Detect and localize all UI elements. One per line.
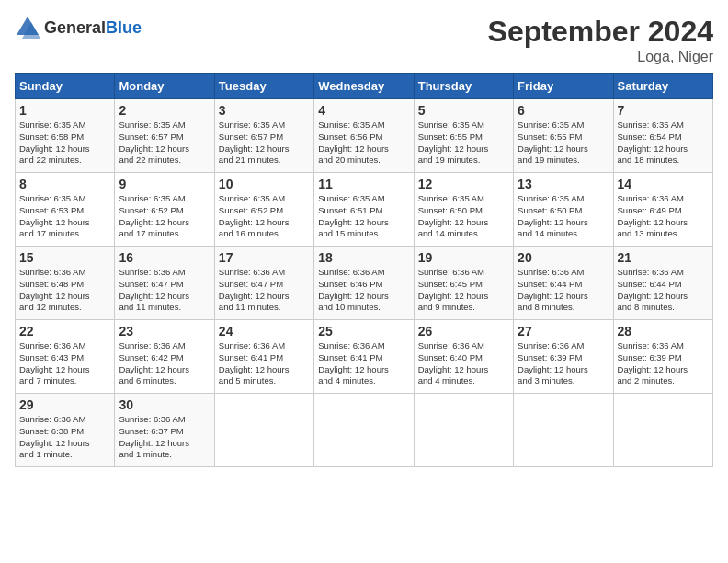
table-row: 9Sunrise: 6:35 AM Sunset: 6:52 PM Daylig… [115, 173, 214, 247]
day-number: 25 [318, 324, 409, 339]
table-row: 29Sunrise: 6:36 AM Sunset: 6:38 PM Dayli… [16, 394, 115, 467]
logo-text: GeneralBlue [44, 18, 142, 38]
day-info: Sunrise: 6:36 AM Sunset: 6:40 PM Dayligh… [418, 340, 509, 387]
day-number: 27 [518, 324, 609, 339]
day-info: Sunrise: 6:36 AM Sunset: 6:49 PM Dayligh… [618, 193, 709, 240]
logo-blue: Blue [106, 18, 142, 37]
day-number: 19 [418, 250, 509, 265]
table-row: 2Sunrise: 6:35 AM Sunset: 6:57 PM Daylig… [115, 99, 214, 173]
table-row: 13Sunrise: 6:35 AM Sunset: 6:50 PM Dayli… [514, 173, 613, 247]
calendar-week-4: 22Sunrise: 6:36 AM Sunset: 6:43 PM Dayli… [16, 320, 713, 394]
table-row: 27Sunrise: 6:36 AM Sunset: 6:39 PM Dayli… [514, 320, 613, 394]
day-info: Sunrise: 6:35 AM Sunset: 6:58 PM Dayligh… [19, 120, 110, 167]
day-info: Sunrise: 6:36 AM Sunset: 6:48 PM Dayligh… [19, 267, 110, 314]
day-number: 5 [418, 103, 509, 118]
day-number: 24 [219, 324, 310, 339]
table-row: 14Sunrise: 6:36 AM Sunset: 6:49 PM Dayli… [613, 173, 712, 247]
table-row: 28Sunrise: 6:36 AM Sunset: 6:39 PM Dayli… [613, 320, 712, 394]
day-info: Sunrise: 6:36 AM Sunset: 6:44 PM Dayligh… [618, 267, 709, 314]
table-row: 7Sunrise: 6:35 AM Sunset: 6:54 PM Daylig… [613, 99, 712, 173]
day-number: 10 [219, 177, 310, 191]
day-info: Sunrise: 6:36 AM Sunset: 6:44 PM Dayligh… [518, 267, 609, 314]
day-info: Sunrise: 6:36 AM Sunset: 6:39 PM Dayligh… [518, 340, 609, 387]
col-thursday: Thursday [414, 74, 513, 99]
col-wednesday: Wednesday [314, 74, 414, 99]
table-row: 25Sunrise: 6:36 AM Sunset: 6:41 PM Dayli… [314, 320, 414, 394]
table-row: 10Sunrise: 6:35 AM Sunset: 6:52 PM Dayli… [214, 173, 313, 247]
day-number: 2 [119, 103, 210, 118]
day-number: 14 [618, 177, 709, 191]
table-row: 30Sunrise: 6:36 AM Sunset: 6:37 PM Dayli… [115, 394, 214, 467]
day-info: Sunrise: 6:35 AM Sunset: 6:52 PM Dayligh… [119, 193, 210, 240]
table-row: 23Sunrise: 6:36 AM Sunset: 6:42 PM Dayli… [115, 320, 214, 394]
table-row: 21Sunrise: 6:36 AM Sunset: 6:44 PM Dayli… [613, 247, 712, 320]
day-info: Sunrise: 6:35 AM Sunset: 6:50 PM Dayligh… [518, 193, 609, 240]
title-area: September 2024 Loga, Niger [488, 15, 713, 65]
day-info: Sunrise: 6:36 AM Sunset: 6:39 PM Dayligh… [618, 340, 709, 387]
table-row: 19Sunrise: 6:36 AM Sunset: 6:45 PM Dayli… [414, 247, 513, 320]
day-number: 7 [618, 103, 709, 118]
header: GeneralBlue September 2024 Loga, Niger [15, 15, 713, 65]
day-info: Sunrise: 6:35 AM Sunset: 6:55 PM Dayligh… [418, 120, 509, 167]
col-monday: Monday [115, 74, 214, 99]
table-row [314, 394, 414, 467]
table-row [414, 394, 513, 467]
day-info: Sunrise: 6:36 AM Sunset: 6:37 PM Dayligh… [119, 414, 210, 461]
day-number: 17 [219, 250, 310, 265]
day-info: Sunrise: 6:35 AM Sunset: 6:57 PM Dayligh… [119, 120, 210, 167]
table-row: 22Sunrise: 6:36 AM Sunset: 6:43 PM Dayli… [16, 320, 115, 394]
calendar-table: Sunday Monday Tuesday Wednesday Thursday… [15, 73, 713, 467]
table-row: 20Sunrise: 6:36 AM Sunset: 6:44 PM Dayli… [514, 247, 613, 320]
day-number: 22 [19, 324, 110, 339]
day-number: 13 [518, 177, 609, 191]
day-number: 21 [618, 250, 709, 265]
table-row: 12Sunrise: 6:35 AM Sunset: 6:50 PM Dayli… [414, 173, 513, 247]
header-row: Sunday Monday Tuesday Wednesday Thursday… [16, 74, 713, 99]
day-number: 16 [119, 250, 210, 265]
col-tuesday: Tuesday [214, 74, 313, 99]
day-info: Sunrise: 6:36 AM Sunset: 6:47 PM Dayligh… [219, 267, 310, 314]
calendar-week-3: 15Sunrise: 6:36 AM Sunset: 6:48 PM Dayli… [16, 247, 713, 320]
day-number: 29 [19, 397, 110, 412]
table-row: 18Sunrise: 6:36 AM Sunset: 6:46 PM Dayli… [314, 247, 414, 320]
day-number: 1 [19, 103, 110, 118]
day-number: 11 [318, 177, 409, 191]
day-number: 26 [418, 324, 509, 339]
table-row: 15Sunrise: 6:36 AM Sunset: 6:48 PM Dayli… [16, 247, 115, 320]
day-number: 8 [19, 177, 110, 191]
table-row: 3Sunrise: 6:35 AM Sunset: 6:57 PM Daylig… [214, 99, 313, 173]
col-saturday: Saturday [613, 74, 712, 99]
day-number: 23 [119, 324, 210, 339]
day-number: 4 [318, 103, 409, 118]
table-row: 24Sunrise: 6:36 AM Sunset: 6:41 PM Dayli… [214, 320, 313, 394]
day-number: 9 [119, 177, 210, 191]
day-info: Sunrise: 6:36 AM Sunset: 6:38 PM Dayligh… [19, 414, 110, 461]
day-number: 28 [618, 324, 709, 339]
day-info: Sunrise: 6:35 AM Sunset: 6:52 PM Dayligh… [219, 193, 310, 240]
table-row: 17Sunrise: 6:36 AM Sunset: 6:47 PM Dayli… [214, 247, 313, 320]
day-info: Sunrise: 6:35 AM Sunset: 6:50 PM Dayligh… [418, 193, 509, 240]
day-info: Sunrise: 6:35 AM Sunset: 6:55 PM Dayligh… [518, 120, 609, 167]
day-info: Sunrise: 6:35 AM Sunset: 6:57 PM Dayligh… [219, 120, 310, 167]
day-info: Sunrise: 6:36 AM Sunset: 6:43 PM Dayligh… [19, 340, 110, 387]
day-info: Sunrise: 6:36 AM Sunset: 6:41 PM Dayligh… [219, 340, 310, 387]
day-info: Sunrise: 6:36 AM Sunset: 6:47 PM Dayligh… [119, 267, 210, 314]
col-sunday: Sunday [16, 74, 115, 99]
table-row: 26Sunrise: 6:36 AM Sunset: 6:40 PM Dayli… [414, 320, 513, 394]
table-row: 1Sunrise: 6:35 AM Sunset: 6:58 PM Daylig… [16, 99, 115, 173]
day-number: 30 [119, 397, 210, 412]
day-number: 18 [318, 250, 409, 265]
table-row [514, 394, 613, 467]
day-info: Sunrise: 6:36 AM Sunset: 6:46 PM Dayligh… [318, 267, 409, 314]
logo-icon [15, 15, 40, 40]
month-title: September 2024 [488, 15, 713, 49]
table-row: 11Sunrise: 6:35 AM Sunset: 6:51 PM Dayli… [314, 173, 414, 247]
table-row: 6Sunrise: 6:35 AM Sunset: 6:55 PM Daylig… [514, 99, 613, 173]
table-row [613, 394, 712, 467]
day-info: Sunrise: 6:36 AM Sunset: 6:45 PM Dayligh… [418, 267, 509, 314]
day-number: 20 [518, 250, 609, 265]
day-number: 3 [219, 103, 310, 118]
location-title: Loga, Niger [488, 49, 713, 65]
table-row: 16Sunrise: 6:36 AM Sunset: 6:47 PM Dayli… [115, 247, 214, 320]
table-row: 4Sunrise: 6:35 AM Sunset: 6:56 PM Daylig… [314, 99, 414, 173]
